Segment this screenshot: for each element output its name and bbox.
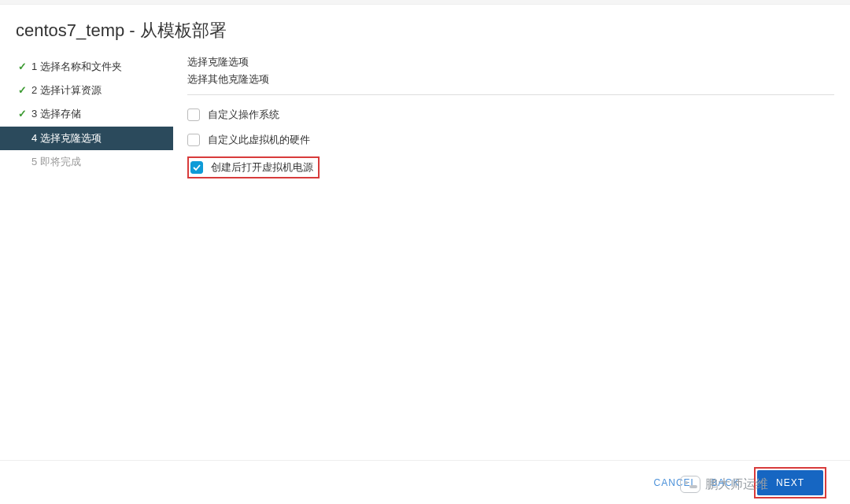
cancel-button[interactable]: CANCEL	[654, 477, 697, 488]
check-icon: ✓	[16, 60, 28, 74]
wizard-content: 选择克隆选项 选择其他克隆选项 自定义操作系统 自定义此虚拟机的硬件	[173, 52, 850, 461]
divider	[187, 94, 834, 95]
checkbox-icon[interactable]	[187, 134, 200, 146]
step-1-name-folder[interactable]: ✓ 1 选择名称和文件夹	[0, 55, 173, 79]
option-customize-hardware[interactable]: 自定义此虚拟机的硬件	[187, 131, 834, 149]
step-4-clone-options[interactable]: ✓ 4 选择克隆选项	[0, 127, 173, 150]
step-2-compute-resource[interactable]: ✓ 2 选择计算资源	[0, 79, 173, 102]
check-icon: ✓	[16, 107, 28, 121]
annotation-highlight: NEXT	[754, 467, 826, 498]
check-icon: ✓	[16, 83, 28, 97]
step-label: 选择计算资源	[40, 83, 165, 97]
step-number: 4	[31, 131, 37, 145]
option-power-on-after-create[interactable]: 创建后打开虚拟机电源	[190, 160, 313, 175]
clone-options-group: 自定义操作系统 自定义此虚拟机的硬件 创建后打开虚拟机电源	[187, 106, 834, 178]
checkbox-icon[interactable]	[190, 161, 203, 174]
step-5-ready: ✓ 5 即将完成	[0, 150, 173, 174]
next-button[interactable]: NEXT	[757, 470, 823, 495]
step-number: 3	[31, 107, 37, 121]
option-customize-os[interactable]: 自定义操作系统	[187, 106, 834, 123]
annotation-highlight: 创建后打开虚拟机电源	[187, 156, 320, 178]
section-subheading: 选择其他克隆选项	[187, 72, 834, 94]
step-label: 选择存储	[40, 107, 165, 121]
step-number: 2	[31, 83, 37, 97]
step-label: 选择名称和文件夹	[40, 60, 165, 74]
option-label: 自定义操作系统	[208, 108, 279, 122]
wizard-sidebar: ✓ 1 选择名称和文件夹 ✓ 2 选择计算资源 ✓ 3 选择存储 ✓ 4 选择克…	[0, 52, 173, 461]
option-label: 自定义此虚拟机的硬件	[208, 133, 310, 147]
step-number: 5	[31, 155, 37, 169]
option-label: 创建后打开虚拟机电源	[211, 160, 313, 175]
back-button[interactable]: BACK	[711, 477, 740, 488]
step-label: 选择克隆选项	[40, 131, 165, 145]
check-icon: ✓	[16, 155, 28, 169]
step-number: 1	[31, 60, 37, 74]
dialog-title: centos7_temp - 从模板部署	[0, 5, 850, 52]
step-3-storage[interactable]: ✓ 3 选择存储	[0, 102, 173, 126]
section-heading: 选择克隆选项	[187, 55, 834, 69]
step-label: 即将完成	[40, 155, 165, 169]
checkbox-icon[interactable]	[187, 109, 200, 121]
wizard-footer: CANCEL BACK NEXT	[0, 460, 850, 504]
